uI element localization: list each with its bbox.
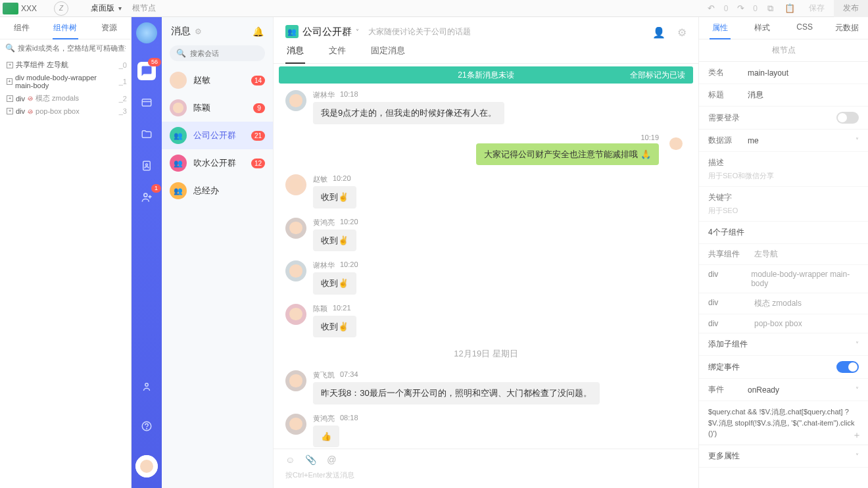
add-user-icon [140, 191, 153, 204]
tree-node[interactable]: +div module-body-wrapper main-body_1 [4, 72, 127, 91]
rtab-style[interactable]: 样式 [741, 17, 783, 39]
search-icon: 🔍 [5, 43, 15, 53]
message-row: 陈颖10:21收到✌️ [285, 304, 687, 338]
chat-item[interactable]: 👥总经办 [162, 177, 273, 205]
sidebar-inbox[interactable] [137, 93, 156, 112]
emoji-icon[interactable]: ☺ [285, 454, 295, 465]
group-icon: 👥 [285, 25, 299, 38]
tree-search-input[interactable] [18, 44, 126, 52]
row-add-child: 添加子组件˅ [699, 333, 868, 356]
tab-pinned[interactable]: 固定消息 [370, 45, 406, 63]
contact-badge: 1 [151, 184, 161, 193]
message-row: 谢林华10:18我是9点才走的，但我走的时候好像还有人在。 [285, 90, 687, 124]
tree-node[interactable]: +div ⊘ 模态 zmodals_2 [4, 91, 127, 105]
event-code[interactable]: $query.chat && !$V.消息.chat[$query.chat] … [699, 401, 868, 445]
message-row: 10:19大家记得公司财产安全也注意节能减排哦 🙏 [285, 134, 687, 166]
chat-list-column: 消息 ⚙ 🔔 🔍 赵敏14陈颖9👥公司公开群21👥吹水公开群12👥总经办 [162, 17, 274, 488]
svg-rect-0 [142, 99, 151, 107]
chevron-down-icon[interactable]: ˅ [856, 452, 859, 460]
chevron-down-icon[interactable]: ˅ [856, 386, 859, 393]
child-row[interactable]: divpop-box pbox [699, 314, 868, 333]
send-hint: 按Ctrl+Enter发送消息 [285, 470, 687, 480]
top-toolbar: XXX Z 桌面版 根节点 ↶ 0 ↷ 0 ⧉ 📋 保存 发布 [0, 0, 868, 17]
tab-components[interactable]: 组件 [0, 17, 43, 39]
sidebar-add-contact[interactable]: 1 [137, 188, 156, 207]
row-title: 标题消息 [699, 84, 868, 107]
chevron-down-icon[interactable]: ˅ [856, 341, 859, 348]
sidebar-profile[interactable] [137, 378, 156, 396]
child-row[interactable]: divmodule-body-wrapper main-body [699, 265, 868, 293]
bell-icon[interactable]: 🔔 [253, 26, 264, 37]
tab-tree[interactable]: 组件树 [43, 17, 87, 39]
component-tree: +共享组件 左导航_0+div module-body-wrapper main… [0, 57, 131, 488]
chat-body[interactable]: 谢林华10:18我是9点才走的，但我走的时候好像还有人在。 10:19大家记得公… [274, 84, 698, 449]
login-toggle[interactable] [836, 112, 859, 124]
chat-icon [141, 65, 153, 77]
row-more: 更多属性˅ [699, 445, 868, 468]
search-icon: 🔍 [176, 49, 186, 58]
undo-button[interactable]: ↶ [702, 0, 721, 17]
row-bind-event: 绑定事件 [699, 356, 868, 379]
inbox-icon [141, 97, 153, 109]
rtab-props[interactable]: 属性 [699, 17, 741, 39]
chat-settings-gear-icon[interactable]: ⚙ [677, 26, 687, 39]
svg-point-4 [145, 383, 149, 387]
tab-resources[interactable]: 资源 [87, 17, 131, 39]
chat-item[interactable]: 👥公司公开群21 [162, 122, 273, 149]
bind-event-toggle[interactable] [836, 361, 859, 373]
chat-sidebar: 56 1 [132, 17, 162, 488]
root-node-label: 根节点 [132, 3, 156, 14]
attach-icon[interactable]: 📎 [305, 454, 316, 465]
row-login: 需要登录 [699, 107, 868, 130]
tree-node[interactable]: +div ⊘ pop-box pbox_3 [4, 105, 127, 117]
chat-app-logo [136, 22, 157, 43]
chat-item[interactable]: 赵敏14 [162, 66, 273, 94]
tree-node[interactable]: +共享组件 左导航_0 [4, 58, 127, 72]
chevron-down-icon[interactable]: ˅ [856, 137, 859, 144]
mark-read-button[interactable]: 全部标记为已读 [630, 70, 685, 81]
child-row[interactable]: div模态 zmodals [699, 293, 868, 314]
row-desc: 描述用于SEO和微信分享 [699, 152, 868, 187]
paste-icon[interactable]: 📋 [780, 0, 800, 17]
view-select[interactable]: 桌面版 [85, 0, 127, 16]
tree-search-row: 🔍 [0, 39, 131, 57]
chat-main: 👥 公司公开群 ˅ 大家随便讨论关于公司的话题 👤 ⚙ 消息 文件 固定消息 2… [274, 17, 698, 488]
contacts-icon [141, 160, 153, 172]
svg-point-2 [146, 164, 148, 166]
child-shared: 共享组件左导航 [699, 244, 868, 265]
chat-item[interactable]: 👥吹水公开群12 [162, 149, 273, 177]
members-icon[interactable]: 👤 [652, 26, 665, 39]
sidebar-help[interactable] [137, 417, 156, 435]
folder-icon [141, 128, 153, 140]
rtab-meta[interactable]: 元数据 [826, 17, 868, 39]
left-dev-panel: 组件 组件树 资源 🔍 +共享组件 左导航_0+div module-body-… [0, 17, 132, 488]
date-divider: 12月19日 星期日 [285, 348, 687, 360]
chat-settings-icon[interactable]: ⚙ [195, 27, 202, 36]
publish-button[interactable]: 发布 [834, 0, 868, 17]
mention-icon[interactable]: @ [327, 454, 336, 465]
row-datasource: 数据源me˅ [699, 130, 868, 152]
unread-banner: 21条新消息未读 全部标记为已读 [279, 66, 693, 84]
message-row: 黄鸿亮08:18👍 [285, 414, 687, 448]
secondary-logo: Z [54, 1, 68, 16]
me-avatar[interactable] [135, 455, 158, 477]
chevron-down-icon[interactable]: ˅ [356, 28, 359, 36]
redo-button[interactable]: ↷ [731, 0, 750, 17]
tab-files[interactable]: 文件 [327, 45, 347, 63]
chat-search-input[interactable] [190, 49, 281, 57]
tab-messages[interactable]: 消息 [285, 45, 305, 63]
rtab-css[interactable]: CSS [784, 17, 826, 39]
undo-count: 0 [721, 4, 731, 13]
sidebar-chats[interactable]: 56 [137, 62, 156, 80]
add-code-icon[interactable]: ＋ [852, 428, 861, 442]
chat-item[interactable]: 陈颖9 [162, 94, 273, 122]
copy-icon[interactable]: ⧉ [760, 0, 780, 17]
help-icon [141, 420, 153, 432]
sidebar-files[interactable] [137, 125, 156, 143]
redo-count: 0 [750, 4, 760, 13]
sidebar-contacts[interactable] [137, 157, 156, 175]
row-keyword: 关键字用于SEO [699, 187, 868, 222]
project-title: XXX [21, 4, 37, 13]
save-button[interactable]: 保存 [800, 0, 834, 17]
row-event: 事件onReady˅ [699, 379, 868, 401]
